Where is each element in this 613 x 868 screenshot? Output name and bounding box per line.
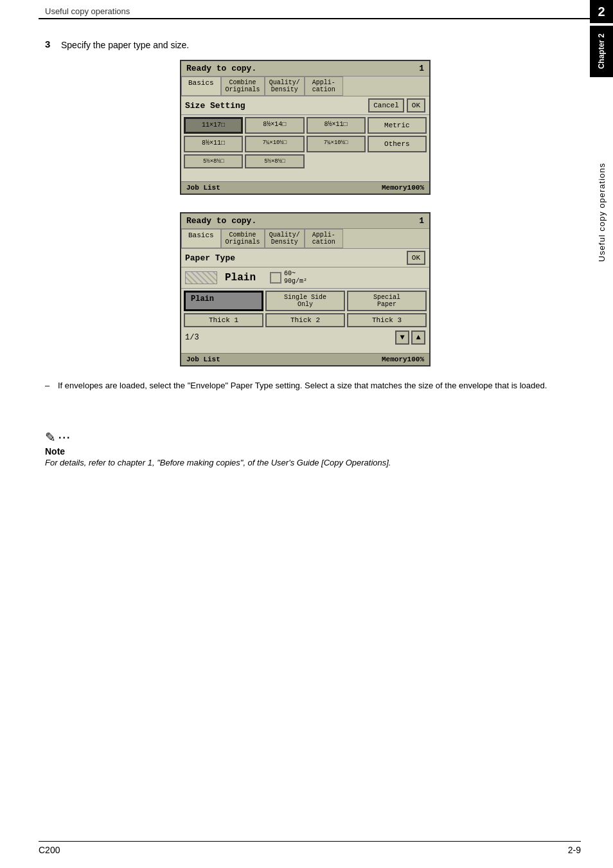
size-btn-others[interactable]: Others <box>368 136 427 152</box>
gsm-value: 60~90g/m² <box>284 270 307 285</box>
paper-type-single-side[interactable]: Single SideOnly <box>265 291 345 311</box>
screen1-title: Size Setting <box>185 101 245 111</box>
screen2-title-row: Paper Type OK <box>181 249 429 267</box>
footer-left: C200 <box>39 845 60 855</box>
screen1-footer-left: Job List <box>186 184 220 192</box>
screen2-tab-appli[interactable]: Appli-cation <box>305 229 343 248</box>
size-btn-11x17[interactable]: 11×17□ <box>184 117 243 134</box>
note-pencil-icon: ✎ <box>45 429 56 445</box>
screen1-tab-combine[interactable]: CombineOriginals <box>221 77 265 96</box>
screen1-cancel-btn[interactable]: Cancel <box>368 98 404 113</box>
step-number: 3 <box>45 39 50 50</box>
note-section: If envelopes are loaded, select the "Env… <box>45 379 581 393</box>
page-footer: C200 2-9 <box>39 841 581 855</box>
screen2-tab-combine[interactable]: CombineOriginals <box>221 229 265 248</box>
current-paper-type: Plain <box>225 272 256 284</box>
arrow-down-btn[interactable]: ▼ <box>395 330 409 345</box>
size-btn-7q10h[interactable]: 7¼×10½□ <box>245 136 304 152</box>
screen2-status: Ready to copy. <box>186 216 256 226</box>
paper-type-plain[interactable]: Plain <box>184 291 263 311</box>
page-header: Useful copy operations <box>45 6 130 16</box>
screen2-ok-btn[interactable]: OK <box>407 251 425 265</box>
note-text: For details, refer to chapter 1, "Before… <box>45 458 391 467</box>
screen1-tabs: Basics CombineOriginals Quality/Density … <box>181 77 429 96</box>
paper-type-buttons: Plain Single SideOnly SpecialPaper Thick… <box>181 289 429 329</box>
note-label: Note <box>45 446 391 457</box>
size-btn-5hx8hb[interactable]: 5½×8½□ <box>245 154 304 168</box>
footer-right: 2-9 <box>568 845 581 855</box>
page-indicator: 1/3 <box>185 333 199 342</box>
screen2-counter: 1 <box>419 216 424 226</box>
nav-arrows: ▼ ▲ <box>395 330 425 345</box>
screen1-counter: 1 <box>419 64 424 73</box>
screen1-size-grid: 11×17□ 8½×14□ 8½×11□ Metric 8½×11□ 7¼×10… <box>181 115 429 170</box>
header-title: Useful copy operations <box>45 6 130 16</box>
screen1: Ready to copy. 1 Basics CombineOriginals… <box>180 60 431 195</box>
screen2-tabs: Basics CombineOriginals Quality/Density … <box>181 229 429 249</box>
pattern-area <box>185 271 217 284</box>
size-btn-5hx8h[interactable]: 5½×8½□ <box>184 154 243 168</box>
note-icon-area: ✎ ... Note For details, refer to chapter… <box>45 429 391 467</box>
screen1-ok-btn[interactable]: OK <box>407 98 425 113</box>
paper-type-thick3[interactable]: Thick 3 <box>347 313 427 327</box>
gsm-checkbox <box>270 272 281 284</box>
size-btn-8hx11b[interactable]: 8½×11□ <box>184 136 243 152</box>
gsm-display: 60~90g/m² <box>270 270 307 285</box>
screen2-tab-basics[interactable]: Basics <box>181 229 221 248</box>
screen1-footer-right: Memory100% <box>382 184 424 192</box>
screen2-footer-right: Memory100% <box>382 356 424 363</box>
chapter-badge: 2 <box>590 0 613 23</box>
paper-type-thick1[interactable]: Thick 1 <box>184 313 263 327</box>
paper-type-special[interactable]: SpecialPaper <box>347 291 427 311</box>
screen2-footer: Job List Memory100% <box>181 353 429 365</box>
screen1-status: Ready to copy. <box>186 64 256 73</box>
size-btn-metric[interactable]: Metric <box>368 117 427 134</box>
screen1-tab-basics[interactable]: Basics <box>181 77 221 96</box>
note-bullet: If envelopes are loaded, select the "Env… <box>45 379 581 393</box>
step-text: Specify the paper type and size. <box>61 40 189 50</box>
chapter-side-text: Useful copy operations <box>590 51 613 373</box>
size-btn-8hx11[interactable]: 8½×11□ <box>306 117 366 134</box>
note-dots: ... <box>58 429 71 441</box>
page-indicator-row: 1/3 ▼ ▲ <box>181 329 429 346</box>
screen1-title-row: Size Setting Cancel OK <box>181 96 429 115</box>
size-btn-8h14[interactable]: 8½×14□ <box>245 117 304 134</box>
screen2-header: Ready to copy. 1 <box>181 213 429 229</box>
screen1-header: Ready to copy. 1 <box>181 61 429 77</box>
screen2-footer-left: Job List <box>186 356 220 363</box>
arrow-up-btn[interactable]: ▲ <box>411 330 425 345</box>
screen1-footer: Job List Memory100% <box>181 181 429 194</box>
screen2-title: Paper Type <box>185 253 235 263</box>
screen1-tab-appli[interactable]: Appli-cation <box>305 77 343 96</box>
top-border <box>39 18 613 19</box>
paper-type-display-row: Plain 60~90g/m² <box>181 267 429 289</box>
screen1-tab-quality[interactable]: Quality/Density <box>265 77 305 96</box>
paper-type-thick2[interactable]: Thick 2 <box>265 313 345 327</box>
screen2-tab-quality[interactable]: Quality/Density <box>265 229 305 248</box>
screen2: Ready to copy. 1 Basics CombineOriginals… <box>180 212 431 366</box>
size-btn-7q10hb[interactable]: 7¼×10½□ <box>306 136 366 152</box>
